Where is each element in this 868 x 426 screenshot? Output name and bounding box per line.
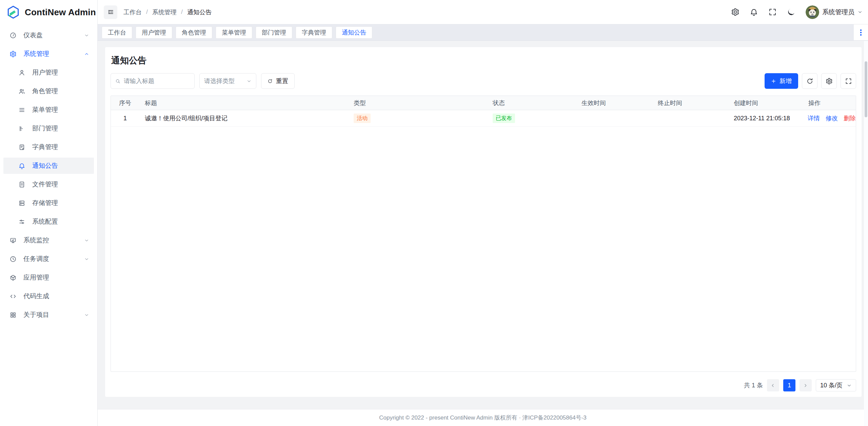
- chevron-up-icon: [84, 52, 89, 57]
- sidebar-item-system-config[interactable]: 系统配置: [3, 214, 94, 230]
- table-row: 1 诚邀！使用公司/组织/项目登记 活动 已发布 2023-12-11 21:0…: [111, 110, 856, 127]
- sidebar-item-about-project[interactable]: 关于项目: [3, 307, 94, 323]
- chevron-right-icon: [803, 383, 808, 388]
- cell-index: 1: [111, 115, 139, 122]
- topbar-actions: 系统管理员: [731, 5, 863, 19]
- tab-label: 部门管理: [262, 28, 286, 37]
- reset-button[interactable]: 重置: [261, 73, 295, 89]
- refresh-table-button[interactable]: [802, 73, 817, 89]
- type-select[interactable]: 请选择类型: [199, 73, 256, 89]
- sidebar-item-dictionary-management[interactable]: 字典管理: [3, 139, 94, 155]
- refresh-icon: [806, 78, 813, 85]
- dark-mode-button[interactable]: [787, 8, 795, 16]
- sidebar-item-label: 仪表盘: [23, 31, 43, 40]
- tab-more-button[interactable]: [854, 24, 868, 40]
- grid-icon: [9, 311, 17, 319]
- menu-list-icon: [18, 106, 25, 114]
- breadcrumb-separator: /: [181, 8, 183, 16]
- page-size-select[interactable]: 10 条/页: [816, 379, 856, 391]
- cell-title: 诚邀！使用公司/组织/项目登记: [139, 114, 348, 122]
- user-menu[interactable]: 系统管理员: [806, 5, 863, 19]
- plus-icon: [771, 79, 776, 84]
- table-header-row: 序号 标题 类型 状态 生效时间 终止时间 创建时间 操作: [111, 96, 856, 110]
- chevron-left-icon: [770, 383, 775, 388]
- tab-label: 工作台: [108, 28, 126, 37]
- fullscreen-table-button[interactable]: [841, 73, 856, 89]
- prev-page-button[interactable]: [767, 379, 779, 391]
- sidebar-item-role-management[interactable]: 角色管理: [3, 83, 94, 99]
- sidebar-item-notice[interactable]: 通知公告: [3, 158, 94, 174]
- settings-button[interactable]: [731, 8, 739, 16]
- sidebar-item-label: 系统配置: [32, 217, 58, 226]
- breadcrumb-item[interactable]: 工作台: [123, 8, 142, 16]
- sidebar-item-label: 菜单管理: [32, 105, 58, 114]
- tab-menu-management[interactable]: 菜单管理: [216, 26, 252, 39]
- sidebar-item-file-management[interactable]: 文件管理: [3, 176, 94, 192]
- tab-notice[interactable]: 通知公告: [336, 26, 372, 39]
- dictionary-icon: [18, 144, 25, 151]
- next-page-button[interactable]: [800, 379, 812, 391]
- column-header-operations: 操作: [803, 99, 856, 107]
- tab-label: 用户管理: [142, 28, 166, 37]
- tab-department-management[interactable]: 部门管理: [256, 26, 292, 39]
- sidebar-item-label: 角色管理: [32, 87, 58, 96]
- title-search-input[interactable]: [124, 78, 190, 85]
- page-number-current[interactable]: 1: [783, 379, 795, 391]
- clock-icon: [9, 256, 17, 263]
- user-icon: [18, 69, 25, 76]
- column-header-status: 状态: [487, 99, 576, 107]
- sidebar-item-task-scheduling[interactable]: 任务调度: [3, 251, 94, 267]
- sidebar-item-department-management[interactable]: 部门管理: [3, 120, 94, 137]
- sidebar-item-storage-management[interactable]: 存储管理: [3, 195, 94, 211]
- column-settings-button[interactable]: [821, 73, 837, 89]
- sidebar-item-system-monitor[interactable]: 系统监控: [3, 232, 94, 248]
- sidebar-item-user-management[interactable]: 用户管理: [3, 64, 94, 81]
- delete-link[interactable]: 删除: [844, 114, 856, 122]
- sidebar-item-app-management[interactable]: 应用管理: [3, 269, 94, 286]
- tab-label: 通知公告: [342, 28, 366, 37]
- reset-button-label: 重置: [276, 77, 288, 85]
- bell-icon: [18, 162, 25, 169]
- sidebar-item-code-generation[interactable]: 代码生成: [3, 288, 94, 304]
- cell-status: 已发布: [487, 114, 576, 123]
- breadcrumb-item[interactable]: 系统管理: [152, 8, 177, 16]
- sidebar-item-menu-management[interactable]: 菜单管理: [3, 102, 94, 118]
- tab-user-management[interactable]: 用户管理: [136, 26, 172, 39]
- scrollbar-thumb[interactable]: [865, 61, 867, 117]
- fullscreen-button[interactable]: [768, 8, 777, 16]
- sidebar-collapse-button[interactable]: [104, 5, 117, 19]
- edit-link[interactable]: 修改: [826, 114, 838, 122]
- chevron-down-icon: [857, 9, 863, 15]
- logo-hexagon-icon: [6, 5, 20, 19]
- notifications-button[interactable]: [750, 8, 758, 16]
- tab-workbench[interactable]: 工作台: [102, 26, 132, 39]
- notice-table: 序号 标题 类型 状态 生效时间 终止时间 创建时间 操作 1 诚邀！使用公司/…: [111, 96, 856, 372]
- sidebar-item-system-management[interactable]: 系统管理: [3, 46, 94, 62]
- chevron-down-icon: [84, 312, 89, 318]
- sliders-icon: [18, 218, 25, 225]
- detail-link[interactable]: 详情: [808, 114, 820, 122]
- tab-dictionary-management[interactable]: 字典管理: [296, 26, 332, 39]
- sidebar-item-label: 存储管理: [32, 199, 58, 207]
- add-button[interactable]: 新增: [765, 73, 798, 89]
- tab-role-management[interactable]: 角色管理: [176, 26, 212, 39]
- toolbar: 请选择类型 重置 新增: [111, 73, 856, 89]
- copyright-text: Copyright © 2022 - present ContiNew Admi…: [379, 414, 587, 422]
- code-icon: [9, 293, 17, 300]
- pagination: 共 1 条 1 10 条/页: [111, 379, 856, 391]
- notice-card: 通知公告 请选择类型 重置 新增: [105, 47, 862, 397]
- tab-label: 角色管理: [182, 28, 206, 37]
- chevron-down-icon: [84, 257, 89, 262]
- chevron-down-icon: [246, 79, 252, 84]
- column-header-index: 序号: [111, 99, 139, 107]
- file-icon: [18, 181, 25, 188]
- top-header: 工作台 / 系统管理 / 通知公告: [98, 0, 868, 24]
- title-search-field[interactable]: [111, 73, 195, 89]
- fullscreen-icon: [845, 78, 852, 85]
- sidebar: ContiNew Admin 仪表盘 系统管理 用户管理 角色管理 菜单管理 部: [0, 0, 98, 426]
- app-logo[interactable]: ContiNew Admin: [0, 0, 97, 24]
- sidebar-item-dashboard[interactable]: 仪表盘: [3, 27, 94, 43]
- breadcrumb: 工作台 / 系统管理 / 通知公告: [123, 8, 212, 16]
- status-tag: 已发布: [493, 114, 515, 123]
- sidebar-item-label: 用户管理: [32, 68, 58, 77]
